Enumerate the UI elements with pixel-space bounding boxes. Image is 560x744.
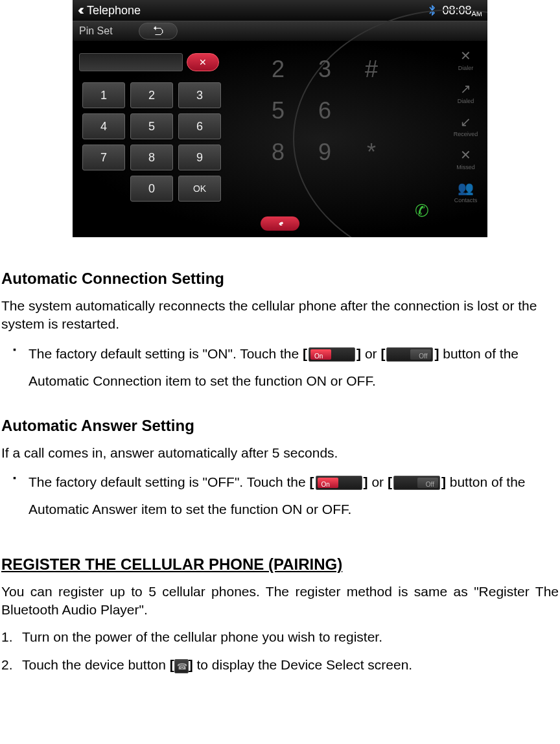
status-title: Telephone xyxy=(87,4,428,17)
step-number: 2. xyxy=(1,654,22,676)
pin-input-row: ✕ xyxy=(79,53,219,71)
key-1[interactable]: 1 xyxy=(82,82,125,108)
bullet-text: The factory default setting is "OFF". To… xyxy=(29,469,559,523)
key-7[interactable]: 7 xyxy=(82,145,125,170)
heading-auto-answer: Automatic Answer Setting xyxy=(1,417,559,435)
menu-missed[interactable]: ✕Missed xyxy=(456,147,475,170)
register-step-2: 2. Touch the device button [] to display… xyxy=(1,654,559,676)
menu-received[interactable]: ↙Received xyxy=(454,114,478,137)
key-6[interactable]: 6 xyxy=(178,113,221,139)
background-keypad: 23# 56 89* xyxy=(254,48,395,174)
telephone-ui-screenshot: ‹‹‹ Telephone 08:08AM Pin Set ⮌ 23# 56 8… xyxy=(73,0,487,237)
key-2[interactable]: 2 xyxy=(130,82,173,108)
toggle-on-icon xyxy=(316,476,362,490)
bullet-marker: ▪ xyxy=(13,469,29,523)
back-chevrons-icon[interactable]: ‹‹‹ xyxy=(78,2,80,19)
menu-contacts[interactable]: 👥Contacts xyxy=(454,180,478,203)
menu-dialed[interactable]: ↗Dialed xyxy=(458,81,474,104)
bullet-text: The factory default setting is "ON". Tou… xyxy=(29,340,559,395)
pinset-back-button[interactable]: ⮌ xyxy=(139,23,178,40)
toggle-on-icon xyxy=(309,347,355,362)
key-ok[interactable]: OK xyxy=(178,176,221,202)
right-menu: ✕Dialer ↗Dialed ↙Received ✕Missed 👥Conta… xyxy=(448,48,484,203)
toggle-off-icon xyxy=(386,347,433,362)
key-3[interactable]: 3 xyxy=(178,82,221,108)
call-button[interactable]: ✆ xyxy=(408,201,436,224)
auto-answer-intro: If a call comes in, answer automatically… xyxy=(1,444,559,462)
key-5[interactable]: 5 xyxy=(130,113,173,139)
key-8[interactable]: 8 xyxy=(130,145,173,170)
key-9[interactable]: 9 xyxy=(178,145,221,170)
step-number: 1. xyxy=(1,626,22,648)
heading-register-phone: REGISTER THE CELLULAR PHONE (PAIRING) xyxy=(1,555,559,574)
step-text: Turn on the power of the cellular phone … xyxy=(22,626,559,648)
heading-auto-connection: Automatic Connection Setting xyxy=(1,270,559,288)
register-intro: You can register up to 5 cellular phones… xyxy=(1,583,559,620)
auto-connection-bullet: ▪ The factory default setting is "ON". T… xyxy=(13,340,559,395)
bottom-chevron-button[interactable]: ‹‹‹• xyxy=(261,216,299,231)
dialer-icon: ✕ xyxy=(460,48,471,64)
register-step-1: 1. Turn on the power of the cellular pho… xyxy=(1,626,559,648)
auto-answer-bullet: ▪ The factory default setting is "OFF". … xyxy=(13,469,559,523)
missed-icon: ✕ xyxy=(460,147,471,163)
key-4[interactable]: 4 xyxy=(82,113,125,139)
step-text: Touch the device button [] to display th… xyxy=(22,654,559,676)
key-0[interactable]: 0 xyxy=(130,176,173,202)
contacts-icon: 👥 xyxy=(458,180,474,196)
auto-connection-intro: The system automatically reconnects the … xyxy=(1,297,559,334)
toggle-off-icon xyxy=(393,476,440,490)
pin-clear-button[interactable]: ✕ xyxy=(187,53,219,71)
device-button-icon xyxy=(174,659,189,673)
pin-input-field[interactable] xyxy=(79,53,183,71)
main-area: 23# 56 89* ✕Dialer ↗Dialed ↙Received ✕Mi… xyxy=(73,41,487,237)
pin-keypad: 1 2 3 4 5 6 7 8 9 0 OK xyxy=(79,79,224,205)
document-body: Automatic Connection Setting The system … xyxy=(0,270,560,676)
received-icon: ↙ xyxy=(460,114,471,130)
pin-set-label: Pin Set xyxy=(79,25,113,37)
bullet-marker: ▪ xyxy=(13,340,29,395)
menu-dialer[interactable]: ✕Dialer xyxy=(458,48,474,71)
dialed-icon: ↗ xyxy=(460,81,471,97)
